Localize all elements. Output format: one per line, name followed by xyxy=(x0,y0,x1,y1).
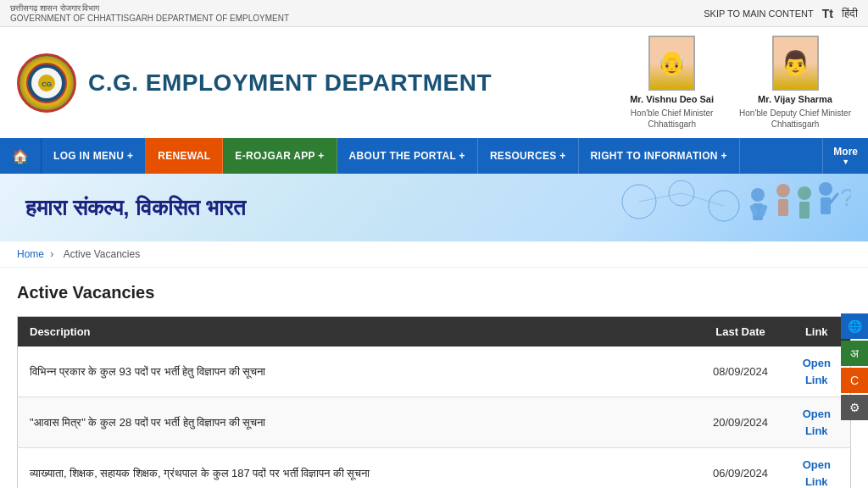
float-hindi-button[interactable]: अ xyxy=(841,341,868,366)
nav-home-button[interactable]: 🏠 xyxy=(0,138,42,174)
breadcrumb-separator: › xyxy=(50,248,53,260)
float-translate-button[interactable]: 🌐 xyxy=(841,313,868,339)
govt-name-hindi: छत्तीसगढ़ शासन रोजगार विभाग xyxy=(10,3,289,14)
top-bar: छत्तीसगढ़ शासन रोजगार विभाग GOVERNMENT O… xyxy=(0,0,868,27)
svg-line-7 xyxy=(639,193,682,202)
svg-rect-14 xyxy=(778,199,788,216)
svg-text:CG: CG xyxy=(42,80,52,88)
logo-inner: CG xyxy=(19,56,74,110)
table-row: व्याख्याता, शिक्षक, सहायक शिक्षक, ग्रंथप… xyxy=(18,448,851,489)
top-bar-right: SKIP TO MAIN CONTENT Tt हिंदी xyxy=(704,7,858,20)
table-row: विभिन्न प्रकार के कुल 93 पदों पर भर्ती ह… xyxy=(18,347,851,397)
cell-last-date-1: 20/09/2024 xyxy=(698,397,783,448)
breadcrumb: Home › Active Vacancies xyxy=(0,241,868,268)
float-settings-button[interactable]: ⚙ xyxy=(841,395,868,420)
float-chat-button[interactable]: C xyxy=(841,368,868,393)
official-name-1: Mr. Vishnu Deo Sai xyxy=(630,94,714,104)
open-link-2[interactable]: Open Link xyxy=(803,458,831,488)
cell-description-2: व्याख्याता, शिक्षक, सहायक शिक्षक, ग्रंथप… xyxy=(18,448,698,489)
chevron-down-icon: ▼ xyxy=(842,158,849,166)
official-photo-1: 👴 xyxy=(648,36,695,91)
official-name-2: Mr. Vijay Sharma xyxy=(758,94,832,104)
officials: 👴 Mr. Vishnu Deo Sai Hon'ble Chief Minis… xyxy=(630,36,851,130)
table-row: "आवास मित्र" के कुल 28 पदों पर भर्ती हेत… xyxy=(18,397,851,448)
nav-login-menu[interactable]: LOG IN MENU + xyxy=(42,138,146,174)
nav-about-portal[interactable]: ABOUT THE PORTAL + xyxy=(337,138,478,174)
vacancy-table: Description Last Date Link विभिन्न प्रका… xyxy=(17,316,851,488)
top-bar-left: छत्तीसगढ़ शासन रोजगार विभाग GOVERNMENT O… xyxy=(10,3,289,23)
official-title-1: Hon'ble Chief Minister Chhattisgarh xyxy=(631,108,714,130)
logo: CG xyxy=(17,53,76,113)
language-toggle[interactable]: हिंदी xyxy=(842,7,858,20)
face-1: 👴 xyxy=(650,37,693,89)
svg-text:?: ? xyxy=(840,183,851,211)
open-link-1[interactable]: Open Link xyxy=(803,408,831,437)
site-title: C.G. EMPLOYMENT DEPARTMENT xyxy=(88,69,492,97)
table-header-row: Description Last Date Link xyxy=(18,317,851,347)
official-photo-2: 👨 xyxy=(772,36,819,91)
nav-rti[interactable]: RIGHT TO INFORMATION + xyxy=(579,138,740,174)
breadcrumb-home[interactable]: Home xyxy=(17,248,44,260)
svg-point-17 xyxy=(819,182,832,196)
banner-illustration: ? xyxy=(597,174,851,241)
cell-description-0: विभिन्न प्रकार के कुल 93 पदों पर भर्ती ह… xyxy=(18,347,698,397)
cell-last-date-2: 06/09/2024 xyxy=(698,448,783,489)
banner: हमारा संकल्प, विकसित भारत xyxy=(0,174,868,241)
col-header-description: Description xyxy=(18,317,698,347)
govt-name-english: GOVERNMENT OF CHHATTISGARH DEPARTMENT OF… xyxy=(10,14,289,23)
nav-more-button[interactable]: More ▼ xyxy=(822,138,868,174)
navbar: 🏠 LOG IN MENU + RENEWAL E-ROJGAR APP + A… xyxy=(0,138,868,174)
nav-renewal[interactable]: RENEWAL xyxy=(146,138,223,174)
header: CG C.G. EMPLOYMENT DEPARTMENT 👴 Mr. Vish… xyxy=(0,27,868,138)
official-card-2: 👨 Mr. Vijay Sharma Hon'ble Deputy Chief … xyxy=(739,36,851,130)
svg-line-19 xyxy=(831,194,837,202)
official-title-2: Hon'ble Deputy Chief Minister Chhattisga… xyxy=(739,108,851,130)
cell-description-1: "आवास मित्र" के कुल 28 पदों पर भर्ती हेत… xyxy=(18,397,698,448)
floating-sidebar: 🌐 अ C ⚙ xyxy=(841,313,868,420)
header-left: CG C.G. EMPLOYMENT DEPARTMENT xyxy=(17,53,492,113)
col-header-last-date: Last Date xyxy=(698,317,783,347)
svg-rect-16 xyxy=(799,202,810,219)
breadcrumb-current: Active Vacancies xyxy=(64,248,141,260)
cell-last-date-0: 08/09/2024 xyxy=(698,347,783,397)
svg-point-13 xyxy=(776,184,790,197)
cell-link-2[interactable]: Open Link xyxy=(783,448,851,489)
banner-text: हमारा संकल्प, विकसित भारत xyxy=(25,195,246,221)
nav-erojgar[interactable]: E-ROJGAR APP + xyxy=(223,138,337,174)
official-card-1: 👴 Mr. Vishnu Deo Sai Hon'ble Chief Minis… xyxy=(630,36,714,130)
skip-to-main[interactable]: SKIP TO MAIN CONTENT xyxy=(704,8,814,19)
svg-point-15 xyxy=(798,186,811,200)
page-title: Active Vacancies xyxy=(17,283,851,302)
open-link-0[interactable]: Open Link xyxy=(803,357,831,386)
svg-rect-18 xyxy=(821,197,831,214)
nav-resources[interactable]: RESOURCES + xyxy=(478,138,579,174)
face-2: 👨 xyxy=(774,37,817,89)
main-content: Active Vacancies Description Last Date L… xyxy=(0,268,868,488)
svg-point-9 xyxy=(751,188,765,202)
font-size-icon[interactable]: Tt xyxy=(822,7,833,20)
